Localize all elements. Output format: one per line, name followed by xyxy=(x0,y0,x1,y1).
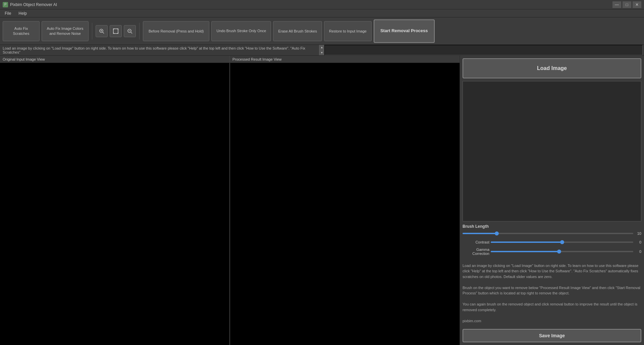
infobar-scrollbar: ▲ ▼ xyxy=(319,45,324,55)
auto-fix-button[interactable]: Auto Fix Image Colors and Remove Noise xyxy=(42,21,89,41)
undo-button[interactable]: Undo Brush Stroke Only Once xyxy=(211,21,271,41)
help-paragraph-2: Brush on the object you want to remove b… xyxy=(463,285,641,296)
brush-length-label: Brush Length xyxy=(463,224,641,229)
gamma-track xyxy=(491,251,633,252)
brush-length-track xyxy=(463,233,633,234)
contrast-row: Contrast 0 xyxy=(463,239,641,246)
brush-length-value: 10 xyxy=(635,231,641,235)
gamma-slider-container xyxy=(491,248,633,255)
infobar-message: Load an image by clicking on "Load Image… xyxy=(1,45,319,55)
auto-scratches-button[interactable]: Auto Fix Scratches xyxy=(3,21,40,41)
image-preview-area xyxy=(463,81,641,221)
processed-panel-title: Processed Result Image View xyxy=(230,56,460,63)
minimize-button[interactable]: — xyxy=(612,1,621,8)
menubar: File Help xyxy=(0,9,644,17)
processed-image-view[interactable] xyxy=(230,63,460,345)
infobar: Load an image by clicking on "Load Image… xyxy=(0,45,644,56)
original-panel-title: Original Input Image View xyxy=(0,56,230,63)
contrast-slider-container xyxy=(491,239,633,246)
scroll-up-arrow[interactable]: ▲ xyxy=(319,45,324,50)
app-title: Pixbim Object Remover AI xyxy=(10,2,57,7)
erase-all-button[interactable]: Erase All Brush Strokes xyxy=(273,21,322,41)
contrast-fill xyxy=(491,242,562,243)
original-image-view[interactable] xyxy=(0,63,230,345)
start-removal-button[interactable]: Start Removal Process xyxy=(374,19,435,43)
gamma-label-text: GammaCorrection xyxy=(472,248,489,256)
contrast-value: 0 xyxy=(635,240,641,244)
image-panels-header: Original Input Image View Processed Resu… xyxy=(0,56,460,63)
website-text: pixbim.com xyxy=(463,318,641,324)
gamma-value: 0 xyxy=(635,250,641,254)
zoom-out-button[interactable] xyxy=(124,25,136,37)
gamma-fill xyxy=(491,251,559,252)
svg-rect-4 xyxy=(113,29,118,33)
maximize-button[interactable]: □ xyxy=(623,1,631,8)
image-panels-body xyxy=(0,63,460,345)
menu-item-help[interactable]: Help xyxy=(15,10,30,16)
toolbar: Auto Fix Scratches Auto Fix Image Colors… xyxy=(0,17,644,45)
fit-button[interactable] xyxy=(110,25,122,37)
contrast-thumb[interactable] xyxy=(560,240,564,244)
brush-length-slider-container xyxy=(463,230,633,237)
gamma-row: GammaCorrection 0 xyxy=(463,248,641,256)
gamma-label: GammaCorrection xyxy=(463,248,489,256)
sidebar-help-text: Load an image by clicking on "Load Image… xyxy=(460,260,644,327)
contrast-track xyxy=(491,242,633,243)
brush-length-row: 10 xyxy=(463,230,641,237)
menu-item-file[interactable]: File xyxy=(1,10,14,16)
sidebar-controls: Brush Length 10 Contrast xyxy=(460,221,644,260)
app-icon: P xyxy=(3,2,8,7)
scroll-down-arrow[interactable]: ▼ xyxy=(319,50,324,56)
infobar-input[interactable] xyxy=(324,45,643,55)
main-content: Original Input Image View Processed Resu… xyxy=(0,56,644,345)
titlebar: P Pixbim Object Remover AI — □ ✕ xyxy=(0,0,644,9)
zoom-out-icon xyxy=(127,28,133,34)
close-button[interactable]: ✕ xyxy=(633,1,641,8)
right-sidebar: Load Image Brush Length 10 Contrast xyxy=(460,56,644,345)
brush-length-thumb[interactable] xyxy=(495,231,499,235)
image-panels: Original Input Image View Processed Resu… xyxy=(0,56,460,345)
svg-line-6 xyxy=(131,32,132,33)
restore-button[interactable]: Restore to Input Image xyxy=(324,21,372,41)
separator-2 xyxy=(139,23,140,40)
zoom-in-button[interactable] xyxy=(96,25,108,37)
zoom-in-icon xyxy=(99,28,105,34)
gamma-thumb[interactable] xyxy=(557,250,561,254)
svg-line-1 xyxy=(103,32,104,33)
save-image-button[interactable]: Save Image xyxy=(463,329,641,342)
titlebar-left: P Pixbim Object Remover AI xyxy=(3,2,57,7)
load-image-button[interactable]: Load Image xyxy=(463,58,641,78)
fit-icon xyxy=(113,28,119,34)
contrast-label: Contrast xyxy=(463,240,489,244)
brush-length-fill xyxy=(463,233,497,234)
separator-1 xyxy=(92,23,92,40)
help-paragraph-3: You can again brush on the removed objec… xyxy=(463,301,641,313)
titlebar-controls: — □ ✕ xyxy=(612,1,641,8)
help-paragraph-1: Load an image by clicking on "Load Image… xyxy=(463,263,641,280)
before-removal-button[interactable]: Before Removal (Press and Hold) xyxy=(143,21,209,41)
